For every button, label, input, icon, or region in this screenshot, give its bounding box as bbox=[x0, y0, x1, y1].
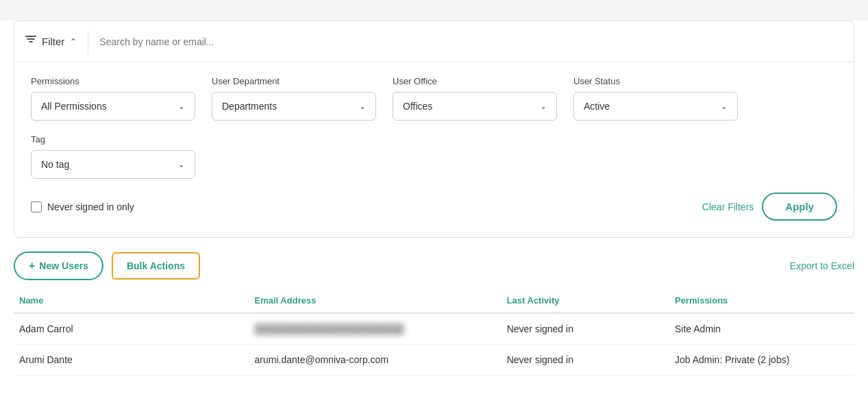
col-header-email: Email Address bbox=[249, 288, 501, 313]
tag-select[interactable]: No tag ⌄ bbox=[31, 150, 195, 179]
tag-value: No tag bbox=[41, 159, 69, 170]
filter-icon bbox=[25, 36, 36, 48]
office-chevron-icon: ⌄ bbox=[540, 101, 547, 111]
status-value: Active bbox=[584, 101, 610, 112]
department-value: Departments bbox=[222, 101, 277, 112]
permissions-label: Permissions bbox=[31, 76, 195, 86]
status-label: User Status bbox=[573, 76, 738, 86]
office-group: User Office Offices ⌄ bbox=[393, 76, 557, 121]
filter-actions-row: Never signed in only Clear Filters Apply bbox=[31, 193, 837, 221]
filter-action-buttons: Clear Filters Apply bbox=[702, 193, 837, 221]
email-blurred-text: ██████████████████████ bbox=[255, 323, 404, 334]
status-group: User Status Active ⌄ bbox=[573, 76, 738, 121]
header-divider bbox=[88, 29, 88, 54]
cell-name: Arumi Dante bbox=[14, 345, 249, 375]
users-toolbar: + New Users Bulk Actions Export to Excel bbox=[0, 238, 868, 288]
bulk-actions-button[interactable]: Bulk Actions bbox=[112, 252, 200, 280]
office-label: User Office bbox=[393, 76, 557, 86]
office-value: Offices bbox=[403, 101, 432, 112]
permissions-chevron-icon: ⌄ bbox=[178, 101, 185, 111]
cell-name: Adam Carrol bbox=[14, 313, 249, 345]
never-signed-in-label[interactable]: Never signed in only bbox=[47, 201, 134, 212]
cell-email: ██████████████████████ bbox=[249, 313, 501, 345]
filter-header: Filter ⌃ bbox=[14, 21, 854, 62]
cell-permissions: Job Admin: Private (2 jobs) bbox=[669, 345, 854, 375]
permissions-select[interactable]: All Permissions ⌄ bbox=[31, 92, 195, 121]
clear-filters-button[interactable]: Clear Filters bbox=[702, 201, 754, 212]
never-signed-in-checkbox[interactable] bbox=[31, 201, 42, 212]
filter-body: Permissions All Permissions ⌄ User Depar… bbox=[14, 62, 854, 237]
table-row: Arumi Dantearumi.dante@omniva-corp.comNe… bbox=[14, 345, 854, 375]
cell-activity: Never signed in bbox=[501, 313, 669, 345]
cell-activity: Never signed in bbox=[501, 345, 669, 375]
users-table: Name Email Address Last Activity Permiss… bbox=[14, 288, 854, 375]
col-header-activity: Last Activity bbox=[501, 288, 669, 313]
new-users-button[interactable]: + New Users bbox=[14, 251, 103, 280]
filter-panel: Filter ⌃ Permissions All Permissions ⌄ U… bbox=[14, 21, 854, 238]
office-select[interactable]: Offices ⌄ bbox=[393, 92, 557, 121]
department-chevron-icon: ⌄ bbox=[359, 101, 366, 111]
filter-label: Filter bbox=[42, 36, 64, 47]
search-input[interactable] bbox=[99, 36, 843, 47]
apply-button[interactable]: Apply bbox=[762, 193, 837, 221]
chevron-up-icon: ⌃ bbox=[70, 37, 77, 47]
table-header-row: Name Email Address Last Activity Permiss… bbox=[14, 288, 854, 313]
filter-toggle-button[interactable]: Filter ⌃ bbox=[25, 36, 77, 48]
toolbar-left: + New Users Bulk Actions bbox=[14, 251, 200, 280]
department-group: User Department Departments ⌄ bbox=[212, 76, 376, 121]
never-signed-in-group: Never signed in only bbox=[31, 201, 134, 212]
status-chevron-icon: ⌄ bbox=[721, 101, 728, 111]
tag-label: Tag bbox=[31, 134, 195, 145]
col-header-permissions: Permissions bbox=[669, 288, 854, 313]
plus-icon: + bbox=[29, 260, 35, 272]
users-table-wrapper: Name Email Address Last Activity Permiss… bbox=[0, 288, 868, 375]
cell-email: arumi.dante@omniva-corp.com bbox=[249, 345, 501, 375]
tag-group: Tag No tag ⌄ bbox=[31, 134, 195, 179]
permissions-group: Permissions All Permissions ⌄ bbox=[31, 76, 195, 121]
department-select[interactable]: Departments ⌄ bbox=[212, 92, 376, 121]
status-select[interactable]: Active ⌄ bbox=[573, 92, 738, 121]
export-button[interactable]: Export to Excel bbox=[790, 260, 854, 271]
filter-row-1: Permissions All Permissions ⌄ User Depar… bbox=[31, 76, 837, 121]
tag-chevron-icon: ⌄ bbox=[178, 160, 185, 169]
filter-row-2: Tag No tag ⌄ bbox=[31, 134, 837, 179]
cell-permissions: Site Admin bbox=[669, 313, 854, 345]
new-users-label: New Users bbox=[39, 260, 88, 271]
table-row: Adam Carrol██████████████████████Never s… bbox=[14, 313, 854, 345]
permissions-value: All Permissions bbox=[41, 101, 107, 112]
col-header-name: Name bbox=[14, 288, 249, 313]
department-label: User Department bbox=[212, 76, 376, 86]
